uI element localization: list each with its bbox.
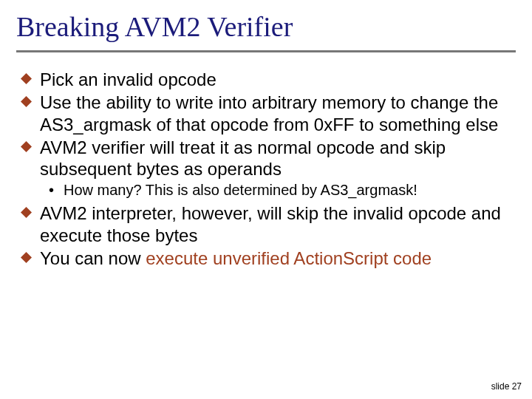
bullet-text: Pick an invalid opcode [40, 69, 511, 90]
bullet-level1: Use the ability to write into arbitrary … [21, 92, 511, 135]
bullet-text: AVM2 verifier will treat it as normal op… [40, 137, 511, 180]
bullet-text: You can now execute unverified ActionScr… [40, 248, 511, 269]
slide-body: Pick an invalid opcode Use the ability t… [0, 52, 532, 269]
bullet-level1: Pick an invalid opcode [21, 69, 511, 90]
bullet-level1: AVM2 interpreter, however, will skip the… [21, 202, 511, 246]
diamond-bullet-icon [21, 137, 40, 152]
bullet-text: How many? This is also determined by AS3… [64, 181, 511, 200]
slide-number: slide 27 [491, 381, 522, 392]
svg-marker-2 [21, 141, 32, 152]
highlight-text: execute unverified ActionScript code [146, 248, 432, 268]
slide-title: Breaking AVM2 Verifier [0, 0, 532, 49]
bullet-level2: • How many? This is also determined by A… [49, 181, 511, 200]
diamond-bullet-icon [21, 69, 40, 84]
diamond-bullet-icon [21, 202, 40, 218]
bullet-text: AVM2 interpreter, however, will skip the… [40, 202, 511, 246]
svg-marker-3 [21, 207, 32, 218]
diamond-bullet-icon [21, 248, 40, 263]
diamond-bullet-icon [21, 92, 40, 107]
dot-bullet-icon: • [49, 181, 64, 200]
svg-marker-1 [21, 96, 32, 107]
bullet-text: Use the ability to write into arbitrary … [40, 92, 511, 135]
bullet-level1: AVM2 verifier will treat it as normal op… [21, 137, 511, 180]
svg-marker-0 [21, 73, 32, 84]
svg-marker-4 [21, 252, 32, 263]
slide: Breaking AVM2 Verifier Pick an invalid o… [0, 0, 532, 399]
bullet-level1: You can now execute unverified ActionScr… [21, 248, 511, 269]
bullet-text-plain: You can now [40, 248, 146, 268]
